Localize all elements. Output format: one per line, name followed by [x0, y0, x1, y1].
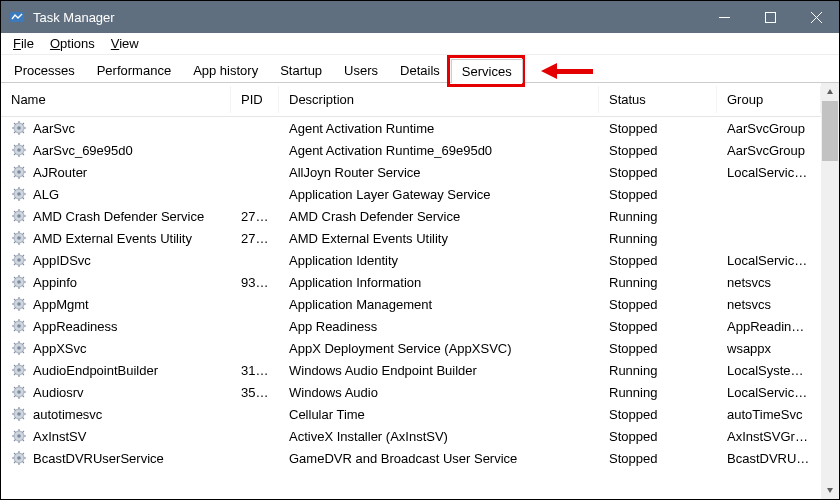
cell-group: LocalServiceNe...	[717, 165, 821, 180]
cell-status: Running	[599, 231, 717, 246]
svg-line-144	[14, 418, 16, 420]
scroll-thumb[interactable]	[822, 101, 838, 161]
table-row[interactable]: AppXSvcAppX Deployment Service (AppXSVC)…	[1, 337, 821, 359]
svg-point-116	[17, 368, 21, 372]
tab-services[interactable]: Services	[451, 59, 523, 83]
cell-description: Application Management	[279, 297, 599, 312]
tab-performance[interactable]: Performance	[86, 58, 182, 82]
svg-line-64	[14, 242, 16, 244]
svg-line-132	[23, 396, 25, 398]
svg-line-122	[23, 374, 25, 376]
scroll-up-button[interactable]	[821, 83, 839, 101]
minimize-button[interactable]	[701, 1, 747, 33]
col-description[interactable]: Description	[279, 86, 599, 113]
table-row[interactable]: autotimesvcCellular TimeStoppedautoTimeS…	[1, 403, 821, 425]
svg-line-151	[14, 431, 16, 433]
svg-point-106	[17, 346, 21, 350]
col-status[interactable]: Status	[599, 86, 717, 113]
service-name: Appinfo	[33, 275, 77, 290]
svg-point-26	[17, 170, 21, 174]
cell-description: AMD External Events Utility	[279, 231, 599, 246]
svg-line-22	[23, 154, 25, 156]
table-row[interactable]: AJRouterAllJoyn Router ServiceStoppedLoc…	[1, 161, 821, 183]
gear-icon	[11, 406, 27, 422]
svg-line-44	[14, 198, 16, 200]
menu-view[interactable]: View	[105, 35, 145, 52]
cell-name: AppIDSvc	[1, 252, 231, 268]
gear-icon	[11, 450, 27, 466]
scroll-track[interactable]	[821, 101, 839, 481]
cell-name: BcastDVRUserService	[1, 450, 231, 466]
close-button[interactable]	[793, 1, 839, 33]
tab-startup[interactable]: Startup	[269, 58, 333, 82]
cell-group: AxInstSVGroup	[717, 429, 821, 444]
svg-point-136	[17, 412, 21, 416]
svg-point-126	[17, 390, 21, 394]
svg-line-121	[14, 365, 16, 367]
window-controls	[701, 1, 839, 33]
cell-pid: 3516	[231, 385, 279, 400]
tab-app-history[interactable]: App history	[182, 58, 269, 82]
svg-line-103	[23, 321, 25, 323]
table-row[interactable]: BcastDVRUserServiceGameDVR and Broadcast…	[1, 447, 821, 469]
table-row[interactable]: AarSvc_69e95d0Agent Activation Runtime_6…	[1, 139, 821, 161]
cell-name: AudioEndpointBuilder	[1, 362, 231, 378]
cell-description: Application Layer Gateway Service	[279, 187, 599, 202]
svg-line-161	[14, 453, 16, 455]
tab-users[interactable]: Users	[333, 58, 389, 82]
svg-line-71	[14, 255, 16, 257]
menu-options[interactable]: Options	[44, 35, 101, 52]
svg-point-46	[17, 214, 21, 218]
gear-icon	[11, 362, 27, 378]
svg-line-101	[14, 321, 16, 323]
table-row[interactable]: AppIDSvcApplication IdentityStoppedLocal…	[1, 249, 821, 271]
cell-name: AJRouter	[1, 164, 231, 180]
menu-file[interactable]: File	[7, 35, 40, 52]
cell-group: AarSvcGroup	[717, 143, 821, 158]
cell-description: App Readiness	[279, 319, 599, 334]
cell-description: Agent Activation Runtime	[279, 121, 599, 136]
svg-line-102	[23, 330, 25, 332]
svg-line-31	[14, 167, 16, 169]
table-row[interactable]: AMD External Events Utility2732AMD Exter…	[1, 227, 821, 249]
cell-group: wsappx	[717, 341, 821, 356]
service-name: AarSvc_69e95d0	[33, 143, 133, 158]
svg-line-112	[23, 352, 25, 354]
cell-name: Appinfo	[1, 274, 231, 290]
svg-line-32	[23, 176, 25, 178]
table-row[interactable]: AppReadinessApp ReadinessStoppedAppReadi…	[1, 315, 821, 337]
col-pid[interactable]: PID	[231, 86, 279, 113]
svg-point-96	[17, 324, 21, 328]
table-row[interactable]: AxInstSVActiveX Installer (AxInstSV)Stop…	[1, 425, 821, 447]
cell-description: AllJoyn Router Service	[279, 165, 599, 180]
table-row[interactable]: Appinfo9376Application InformationRunnin…	[1, 271, 821, 293]
tab-processes[interactable]: Processes	[3, 58, 86, 82]
service-name: AudioEndpointBuilder	[33, 363, 158, 378]
tab-details[interactable]: Details	[389, 58, 451, 82]
scroll-down-button[interactable]	[821, 481, 839, 499]
cell-description: AMD Crash Defender Service	[279, 209, 599, 224]
maximize-button[interactable]	[747, 1, 793, 33]
svg-point-76	[17, 280, 21, 284]
col-group[interactable]: Group	[717, 86, 821, 113]
table-row[interactable]: ALGApplication Layer Gateway ServiceStop…	[1, 183, 821, 205]
window-title: Task Manager	[33, 10, 701, 25]
svg-rect-2	[765, 12, 775, 22]
col-name[interactable]: Name	[1, 86, 231, 113]
svg-line-162	[23, 462, 25, 464]
table-row[interactable]: AMD Crash Defender Service2724AMD Crash …	[1, 205, 821, 227]
cell-name: AMD Crash Defender Service	[1, 208, 231, 224]
menubar: File Options View	[1, 33, 839, 55]
svg-line-154	[14, 440, 16, 442]
gear-icon	[11, 120, 27, 136]
table-row[interactable]: AudioEndpointBuilder3180Windows Audio En…	[1, 359, 821, 381]
table-row[interactable]: AarSvcAgent Activation RuntimeStoppedAar…	[1, 117, 821, 139]
svg-line-53	[23, 211, 25, 213]
svg-line-12	[23, 132, 25, 134]
cell-description: Cellular Time	[279, 407, 599, 422]
cell-status: Stopped	[599, 121, 717, 136]
table-row[interactable]: AppMgmtApplication ManagementStoppednets…	[1, 293, 821, 315]
cell-name: AppXSvc	[1, 340, 231, 356]
table-row[interactable]: Audiosrv3516Windows AudioRunningLocalSer…	[1, 381, 821, 403]
cell-pid: 3180	[231, 363, 279, 378]
